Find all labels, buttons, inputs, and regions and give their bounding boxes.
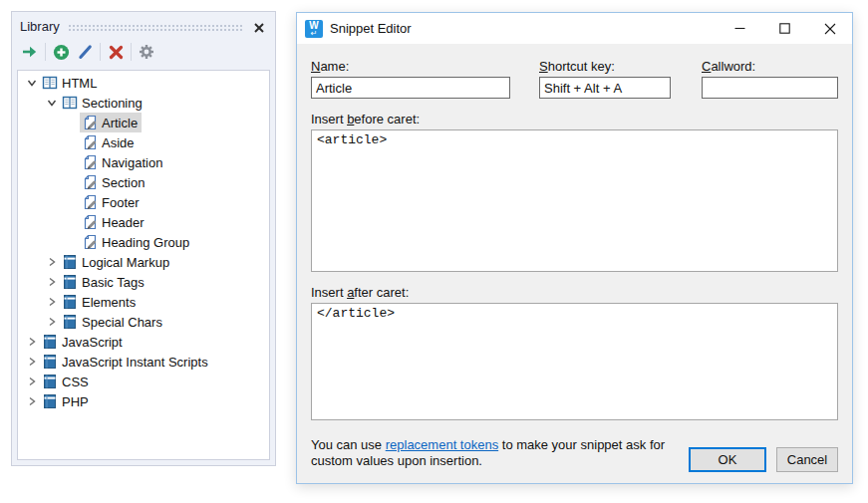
toolbar-separator <box>131 43 132 61</box>
toolbar-separator <box>100 43 101 61</box>
closed-book-icon <box>62 254 78 270</box>
closed-book-icon <box>42 354 58 370</box>
insert-after-caret-textarea[interactable]: </article> <box>311 303 838 420</box>
library-header: Library <box>12 12 275 36</box>
tree-item-section[interactable]: Section <box>18 172 269 192</box>
tree-chevron[interactable] <box>24 374 40 389</box>
tree-chevron[interactable] <box>24 354 40 370</box>
tree-item-label: Navigation <box>102 155 162 170</box>
library-title: Library <box>20 19 60 34</box>
tree-chevron[interactable] <box>64 115 80 130</box>
insert-after-caret-label: Insert after caret: <box>311 285 838 300</box>
insert-snippet-button[interactable] <box>18 40 42 64</box>
chevron-right-icon <box>27 377 37 386</box>
tree-item-css[interactable]: CSS <box>18 372 269 391</box>
close-icon <box>824 23 836 35</box>
insert-before-caret-textarea[interactable]: <article> <box>311 129 838 272</box>
ok-button[interactable]: OK <box>689 447 766 472</box>
tree-item-basic-tags[interactable]: Basic Tags <box>18 272 269 292</box>
tree-item-special-chars[interactable]: Special Chars <box>18 312 269 332</box>
closed-book-icon <box>62 274 78 290</box>
close-button[interactable] <box>807 13 852 44</box>
tree-item-label: Header <box>102 215 145 230</box>
snippet-page-icon <box>82 194 98 210</box>
library-close-button[interactable] <box>251 20 267 36</box>
edit-snippet-button[interactable] <box>73 40 97 64</box>
closed-book-icon <box>62 294 78 310</box>
tree-item-html[interactable]: HTML <box>18 73 269 93</box>
minimize-button[interactable] <box>718 13 762 44</box>
chevron-right-icon <box>47 317 57 327</box>
tree-chevron[interactable] <box>44 294 60 310</box>
replacement-tokens-link[interactable]: replacement tokens <box>386 437 498 452</box>
tree-item-heading-group[interactable]: Heading Group <box>18 232 269 252</box>
tree-item-javascript[interactable]: JavaScript <box>18 332 269 352</box>
cancel-button[interactable]: Cancel <box>776 447 838 472</box>
tree-chevron[interactable] <box>44 95 60 111</box>
chevron-right-icon <box>47 257 57 267</box>
chevron-down-icon <box>27 78 37 88</box>
panel-grip-texture[interactable] <box>68 24 243 32</box>
insert-before-caret-label: Insert before caret: <box>311 112 838 126</box>
tree-chevron[interactable] <box>24 334 40 350</box>
tree-item-javascript-instant-scripts[interactable]: JavaScript Instant Scripts <box>18 352 269 372</box>
library-toolbar <box>12 36 275 66</box>
tree-chevron[interactable] <box>64 234 80 250</box>
minimize-icon <box>734 23 745 34</box>
tree-item-label: Sectioning <box>82 96 143 111</box>
tree-chevron[interactable] <box>24 393 40 409</box>
tree-chevron[interactable] <box>64 154 80 170</box>
chevron-down-icon <box>47 98 57 108</box>
tree-item-sectioning[interactable]: Sectioning <box>18 93 269 113</box>
gear-icon <box>139 44 154 60</box>
snippet-page-icon <box>82 115 98 130</box>
tree-item-label: Section <box>102 175 145 190</box>
maximize-icon <box>779 23 790 34</box>
shortcut-key-input[interactable] <box>539 77 671 99</box>
tree-item-label: Footer <box>102 195 140 210</box>
tree-item-label: Heading Group <box>102 235 189 250</box>
open-book-icon <box>62 95 78 111</box>
tree-chevron[interactable] <box>44 314 60 330</box>
dialog-title: Snippet Editor <box>330 21 718 36</box>
callword-input[interactable] <box>702 77 838 99</box>
dialog-body: Name: Shortcut key: Callword: Insert bef… <box>297 44 852 484</box>
tree-item-php[interactable]: PHP <box>18 391 269 411</box>
name-input[interactable] <box>311 77 510 99</box>
arrow-right-icon <box>21 44 39 60</box>
tree-item-navigation[interactable]: Navigation <box>18 152 269 172</box>
tree-chevron[interactable] <box>64 214 80 230</box>
tree-chevron[interactable] <box>64 194 80 210</box>
toolbar-separator <box>45 43 46 61</box>
snippet-editor-dialog: W↵ Snippet Editor Name: S <box>296 12 853 484</box>
add-snippet-button[interactable] <box>49 40 73 64</box>
tree-item-footer[interactable]: Footer <box>18 192 269 212</box>
tree-item-label: Logical Markup <box>82 255 169 270</box>
tree-chevron[interactable] <box>64 174 80 190</box>
tree-item-logical-markup[interactable]: Logical Markup <box>18 252 269 272</box>
tree-chevron[interactable] <box>44 274 60 290</box>
chevron-right-icon <box>27 337 37 347</box>
dialog-titlebar[interactable]: W↵ Snippet Editor <box>297 13 852 44</box>
tree-chevron[interactable] <box>44 254 60 270</box>
tree-item-label: JavaScript Instant Scripts <box>62 355 208 370</box>
open-book-icon <box>42 75 58 91</box>
snippet-page-icon <box>82 154 98 170</box>
tree-item-label: Basic Tags <box>82 275 145 290</box>
tree-item-label: Aside <box>102 135 135 150</box>
chevron-right-icon <box>27 357 37 367</box>
tree-chevron[interactable] <box>64 134 80 150</box>
red-x-icon <box>109 45 124 60</box>
maximize-button[interactable] <box>762 13 807 44</box>
tree-item-label: PHP <box>62 394 89 409</box>
tree-item-aside[interactable]: Aside <box>18 132 269 152</box>
tree-item-article[interactable]: Article <box>18 113 269 132</box>
settings-button[interactable] <box>135 40 158 64</box>
tree-item-header[interactable]: Header <box>18 212 269 232</box>
tree-chevron[interactable] <box>24 75 40 91</box>
delete-snippet-button[interactable] <box>104 40 128 64</box>
snippet-page-icon <box>82 134 98 150</box>
tree-item-label: CSS <box>62 375 89 389</box>
snippet-tree: HTML <box>17 70 270 460</box>
tree-item-elements[interactable]: Elements <box>18 292 269 312</box>
